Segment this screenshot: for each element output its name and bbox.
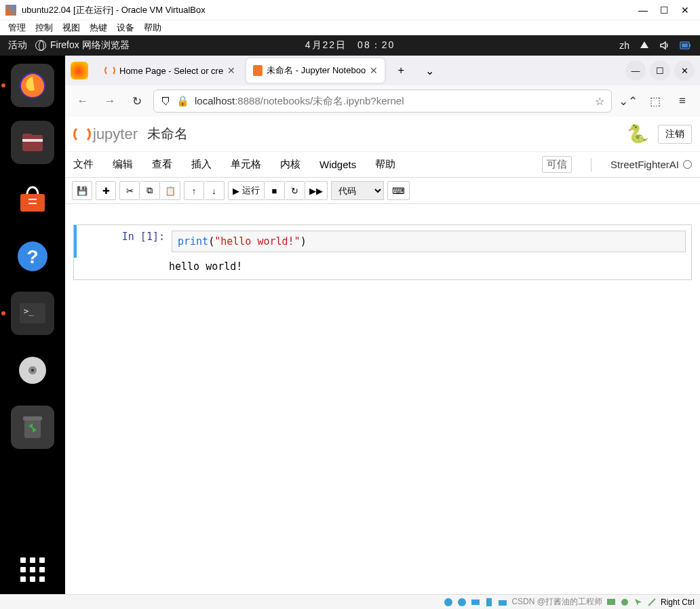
move-down-button[interactable]: ↓ (204, 181, 225, 200)
dock-files[interactable] (11, 121, 54, 164)
extension-icon[interactable]: ⬚ (644, 90, 666, 112)
vb-shared-icon[interactable] (498, 597, 507, 607)
help-icon: ? (16, 240, 49, 273)
dock-apps-button[interactable] (20, 557, 45, 582)
ff-close-button[interactable]: ✕ (674, 60, 695, 81)
shield-icon[interactable]: ⛉ (161, 96, 171, 107)
watermark-text: CSDN @打酱油的工程师 (511, 596, 602, 608)
volume-icon[interactable] (659, 40, 670, 51)
dock-terminal[interactable]: >_ (11, 292, 54, 335)
network-icon[interactable] (639, 40, 650, 51)
jupyter-logo[interactable]: jupyter (73, 125, 138, 143)
close-button[interactable]: ✕ (681, 5, 689, 16)
vb-net-icon[interactable] (471, 597, 480, 607)
ubuntu-app-indicator[interactable]: Firefox 网络浏览器 (35, 39, 130, 52)
tab-close-icon[interactable]: ✕ (227, 65, 235, 76)
code-input[interactable]: print("hello world!") (172, 231, 686, 252)
bookmark-icon[interactable]: ☆ (595, 95, 604, 108)
ff-minimize-button[interactable]: — (625, 60, 646, 81)
vb-rec-icon[interactable] (620, 597, 629, 607)
trust-badge[interactable]: 可信 (542, 156, 572, 173)
url-input[interactable]: ⛉ 🔒 localhost:8888/notebooks/未命名.ipynb?k… (153, 90, 612, 113)
add-cell-button[interactable]: ✚ (96, 181, 116, 200)
save-button[interactable]: 💾 (72, 181, 92, 200)
url-path: :8888/notebooks/未命名.ipynb?kernel (235, 95, 404, 106)
maximize-button[interactable]: ☐ (660, 5, 669, 16)
reload-button[interactable]: ↻ (126, 90, 148, 112)
tab-close-icon[interactable]: ✕ (370, 65, 378, 76)
input-prompt: In [1]: (77, 231, 172, 252)
battery-icon[interactable] (680, 40, 692, 51)
notebook-title[interactable]: 未命名 (147, 125, 188, 143)
restart-button[interactable]: ↻ (285, 181, 305, 200)
fast-forward-button[interactable]: ▶▶ (305, 181, 328, 200)
dock-disc[interactable] (11, 349, 54, 392)
files-icon (18, 128, 47, 157)
tab-home[interactable]: Home Page - Select or cre ✕ (98, 58, 242, 83)
menu-help[interactable]: 帮助 (375, 158, 395, 171)
ubuntu-clock[interactable]: 4月22日 08：20 (305, 39, 395, 52)
svg-rect-19 (471, 600, 480, 605)
dock-firefox[interactable] (11, 64, 54, 107)
menu-insert[interactable]: 插入 (191, 158, 212, 171)
lock-icon[interactable]: 🔒 (176, 95, 189, 107)
ubuntu-activities[interactable]: 活动 (8, 39, 27, 52)
vb-menu-control[interactable]: 控制 (35, 22, 53, 34)
svg-rect-20 (486, 598, 492, 606)
lang-indicator[interactable]: zh (619, 40, 629, 51)
disc-icon (16, 354, 49, 387)
menu-kernel[interactable]: 内核 (280, 158, 300, 171)
software-icon (16, 183, 49, 216)
vb-display-icon[interactable] (606, 597, 616, 607)
vb-menu-devices[interactable]: 设备 (117, 22, 134, 34)
menu-view[interactable]: 查看 (152, 158, 172, 171)
menu-cell[interactable]: 单元格 (231, 158, 261, 171)
move-up-button[interactable]: ↑ (184, 181, 204, 200)
svg-rect-5 (22, 139, 43, 142)
menu-button[interactable]: ≡ (672, 90, 693, 112)
kernel-name[interactable]: StreetFighterAI (610, 159, 692, 170)
ubuntu-topbar: 活动 Firefox 网络浏览器 4月22日 08：20 zh (0, 35, 700, 56)
svg-point-17 (444, 598, 452, 606)
virtualbox-statusbar: CSDN @打酱油的工程师 Right Ctrl (0, 594, 700, 609)
pocket-icon[interactable]: ⌄⌃ (617, 90, 639, 112)
ff-maximize-button[interactable]: ☐ (650, 60, 670, 81)
host-key-label: Right Ctrl (661, 597, 695, 607)
stop-button[interactable]: ■ (265, 181, 285, 200)
vb-menu-manage[interactable]: 管理 (8, 22, 26, 34)
dock-help[interactable]: ? (11, 235, 54, 278)
menu-edit[interactable]: 编辑 (113, 158, 133, 171)
dock-trash[interactable] (11, 406, 54, 449)
menu-file[interactable]: 文件 (73, 158, 94, 171)
tab-notebook[interactable]: 未命名 - Jupyter Noteboo ✕ (246, 58, 385, 83)
back-button[interactable]: ← (72, 90, 94, 112)
vb-optical-icon[interactable] (457, 597, 467, 607)
cell-type-select[interactable]: 代码 (331, 181, 384, 200)
forward-button[interactable]: → (99, 90, 121, 112)
cut-button[interactable]: ✂ (119, 181, 140, 200)
ubuntu-dock: ? >_ (0, 56, 65, 594)
logout-button[interactable]: 注销 (658, 125, 692, 144)
vb-key-icon[interactable] (647, 597, 657, 607)
command-palette-button[interactable]: ⌨ (387, 181, 410, 200)
dock-software[interactable] (11, 178, 54, 221)
new-tab-button[interactable]: + (389, 58, 413, 83)
run-button[interactable]: ▶ 运行 (228, 181, 265, 200)
python-icon: 🐍 (627, 123, 648, 144)
globe-icon (35, 40, 46, 51)
vb-menu-view[interactable]: 视图 (62, 22, 80, 34)
vb-mouse-icon[interactable] (634, 597, 643, 607)
firefox-window: Home Page - Select or cre ✕ 未命名 - Jupyte… (65, 56, 700, 594)
menu-widgets[interactable]: Widgets (319, 159, 356, 170)
copy-button[interactable]: ⧉ (140, 181, 160, 200)
minimize-button[interactable]: — (638, 5, 648, 16)
virtualbox-titlebar: ubuntu22.04 [正在运行] - Oracle VM VirtualBo… (0, 0, 700, 20)
tabs-dropdown-icon[interactable]: ⌄ (417, 58, 442, 83)
vb-menu-hotkeys[interactable]: 热键 (90, 22, 107, 34)
svg-text:>_: >_ (24, 307, 34, 316)
paste-button[interactable]: 📋 (160, 181, 180, 200)
vb-hdd-icon[interactable] (444, 597, 453, 607)
vb-usb-icon[interactable] (484, 597, 494, 607)
vb-menu-help[interactable]: 帮助 (144, 22, 161, 34)
code-cell[interactable]: In [1]: print("hello world!") hello worl… (73, 224, 692, 280)
